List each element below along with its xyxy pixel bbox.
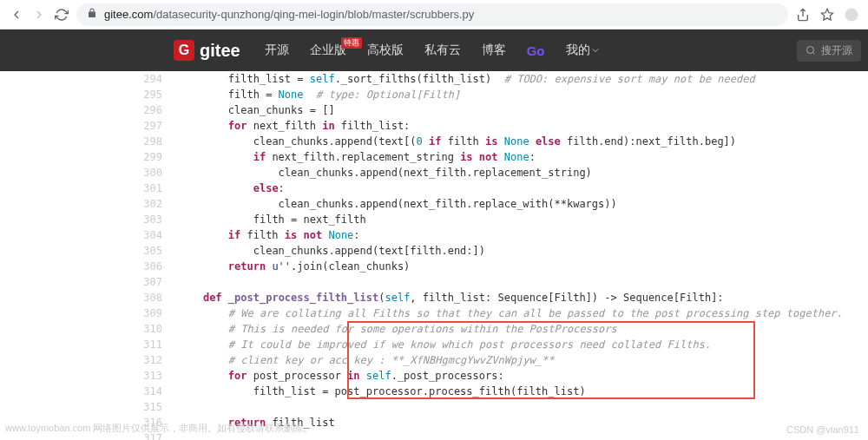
line-number: 305: [0, 243, 162, 259]
code-line: def _post_process_filth_list(self, filth…: [178, 290, 868, 305]
search-input[interactable]: 搜开源: [797, 40, 861, 62]
line-number: 312: [0, 352, 162, 368]
profile-icon[interactable]: [844, 7, 859, 23]
line-number: 298: [0, 134, 162, 149]
badge-discount: 特惠: [341, 37, 362, 49]
url-bar[interactable]: gitee.com/datasecurity-qunzhong/qing-mei…: [76, 3, 788, 26]
svg-marker-0: [821, 9, 832, 20]
code-line: # It could be improved if we know which …: [178, 337, 868, 352]
share-icon[interactable]: [795, 7, 811, 23]
line-number: 307: [0, 274, 162, 290]
code-line: clean_chunks = []: [178, 102, 868, 118]
svg-line-3: [812, 52, 814, 54]
code-line: clean_chunks.append(text[(0 if filth is …: [178, 134, 868, 149]
code-area[interactable]: filth_list = self._sort_filths(filth_lis…: [178, 71, 868, 440]
line-number: 300: [0, 165, 162, 181]
gitee-header: G gitee 开源 企业版特惠 高校版 私有云 博客 Go 我的 搜开源: [0, 30, 868, 71]
code-line: # client key or acc key : **_XfNBHgmcgYw…: [178, 352, 868, 368]
code-line: filth = None # type: Optional[Filth]: [178, 87, 868, 102]
line-gutter: 2942952962972982993003013023033043053063…: [0, 71, 178, 440]
svg-point-2: [807, 47, 814, 54]
nav-opensource[interactable]: 开源: [265, 43, 289, 58]
gitee-logo-text: gitee: [200, 41, 240, 61]
line-number: 301: [0, 181, 162, 196]
line-number: 311: [0, 337, 162, 352]
line-number: 303: [0, 212, 162, 227]
chevron-down-icon: [592, 47, 599, 54]
line-number: 302: [0, 196, 162, 212]
code-line: [178, 274, 868, 290]
line-number: 294: [0, 71, 162, 87]
browser-toolbar: gitee.com/datasecurity-qunzhong/qing-mei…: [0, 0, 868, 30]
url-text: gitee.com/datasecurity-qunzhong/qing-mei…: [104, 8, 474, 21]
code-line: filth_list = self._sort_filths(filth_lis…: [178, 71, 868, 87]
star-icon[interactable]: [819, 7, 835, 23]
line-number: 295: [0, 87, 162, 102]
back-button[interactable]: [9, 7, 24, 23]
reload-button[interactable]: [54, 7, 69, 23]
gitee-logo[interactable]: G gitee: [174, 40, 240, 61]
nav-private[interactable]: 私有云: [424, 43, 461, 58]
code-line: if next_filth.replacement_string is not …: [178, 149, 868, 165]
line-number: 309: [0, 305, 162, 321]
line-number: 297: [0, 118, 162, 134]
line-number: 304: [0, 227, 162, 243]
code-line: filth_list = post_processor.process_filt…: [178, 384, 868, 399]
code-line: clean_chunks.append(text[filth.end:]): [178, 243, 868, 259]
line-number: 310: [0, 321, 162, 337]
code-line: clean_chunks.append(next_filth.replace_w…: [178, 196, 868, 212]
code-line: for post_processor in self._post_process…: [178, 368, 868, 384]
line-number: 308: [0, 290, 162, 305]
line-number: 296: [0, 102, 162, 118]
nav-blog[interactable]: 博客: [482, 43, 506, 58]
lock-icon: [87, 8, 97, 21]
search-icon: [806, 45, 816, 56]
line-number: 313: [0, 368, 162, 384]
code-view: 2942952962972982993003013023033043053063…: [0, 71, 868, 440]
nav-education[interactable]: 高校版: [367, 43, 404, 58]
line-number: 314: [0, 384, 162, 399]
code-line: else:: [178, 181, 868, 196]
gitee-logo-icon: G: [174, 40, 194, 61]
forward-button[interactable]: [31, 7, 47, 23]
svg-point-1: [845, 8, 858, 21]
nav-enterprise[interactable]: 企业版特惠: [310, 43, 346, 58]
line-number: 299: [0, 149, 162, 165]
code-line: # This is needed for some operations wit…: [178, 321, 868, 337]
code-line: for next_filth in filth_list:: [178, 118, 868, 134]
code-line: return u''.join(clean_chunks): [178, 259, 868, 274]
watermark-right: CSDN @vlan911: [786, 424, 859, 435]
code-line: filth = next_filth: [178, 212, 868, 227]
code-line: clean_chunks.append(next_filth.replaceme…: [178, 165, 868, 181]
watermark-left: www.toymoban.com 网络图片仅供展示，非商用。如有侵权请联系删除。: [5, 422, 312, 435]
line-number: 315: [0, 399, 162, 415]
code-line: # We are collating all Filths so that th…: [178, 305, 868, 321]
code-line: [178, 399, 868, 415]
nav-my[interactable]: 我的: [566, 43, 599, 58]
code-line: if filth is not None:: [178, 227, 868, 243]
nav-go[interactable]: Go: [527, 43, 545, 58]
line-number: 306: [0, 259, 162, 274]
